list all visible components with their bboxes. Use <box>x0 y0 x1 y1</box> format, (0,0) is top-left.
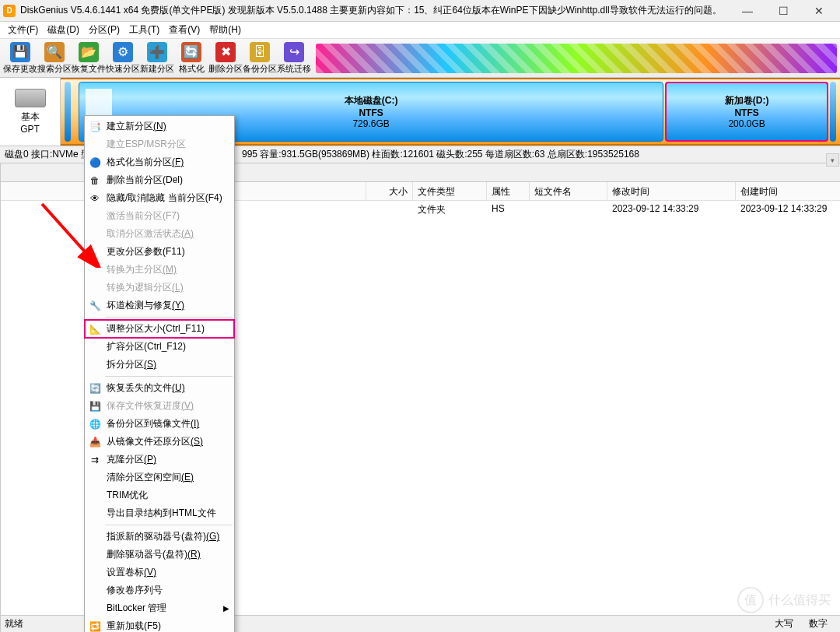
menu-item-icon <box>88 602 102 615</box>
toolbar-保存更改[interactable]: 💾保存更改 <box>3 40 37 76</box>
minimize-button[interactable]: — <box>730 0 765 22</box>
ctx-指派新的驱动器号(盘符)[interactable]: 指派新的驱动器号(盘符)(G) <box>85 528 234 546</box>
ctx-清除分区空闲空间[interactable]: 清除分区空闲空间(E) <box>85 469 234 486</box>
ctx-备份分区到镜像文件[interactable]: 🌐备份分区到镜像文件(I) <box>85 415 234 433</box>
col-size[interactable]: 大小 <box>366 182 413 200</box>
menu-3[interactable]: 工具(T) <box>124 23 164 37</box>
menu-item-icon <box>88 549 102 561</box>
ctx-建立新分区[interactable]: 📑建立新分区(N) <box>85 118 234 135</box>
col-ctime[interactable]: 创建时间 <box>736 182 840 200</box>
ctx-隐藏/取消隐藏 当前分区(F4)[interactable]: 👁隐藏/取消隐藏 当前分区(F4) <box>85 189 234 207</box>
menu-2[interactable]: 分区(P) <box>84 23 124 37</box>
menu-0[interactable]: 文件(F) <box>3 23 43 37</box>
hdd-icon <box>15 89 46 107</box>
toolbar-新建分区[interactable]: ➕新建分区 <box>140 40 174 76</box>
menu-item-icon: ⇉ <box>88 454 102 466</box>
status-num: 数字 <box>801 617 835 630</box>
tree-item-3[interactable]: +本地磁盘 <box>0 202 1 217</box>
tree-item-7[interactable]: +5800H(0) <box>0 258 1 271</box>
status-text: 就绪 <box>5 617 23 630</box>
toolbar-icon: 🔄 <box>181 42 201 62</box>
toolbar-搜索分区[interactable]: 🔍搜索分区 <box>37 40 72 76</box>
toolbar-icon: ⚙ <box>113 42 133 62</box>
menu-item-icon: 📑 <box>88 121 102 133</box>
ctx-取消分区激活状态: 取消分区激活状态(A) <box>85 225 234 243</box>
toolbar-备份分区[interactable]: 🗄备份分区 <box>243 40 277 76</box>
toolbar-icon: 🔍 <box>44 42 65 62</box>
col-attr[interactable]: 属性 <box>487 182 530 200</box>
maximize-button[interactable]: ☐ <box>765 0 801 22</box>
ctx-更改分区参数(F11)[interactable]: 更改分区参数(F11) <box>85 243 234 261</box>
app-icon: D <box>3 5 16 17</box>
toolbar-icon: ✖ <box>215 42 236 62</box>
tree-item-1[interactable]: SYSTEM(0 <box>0 177 1 190</box>
ctx-导出目录结构到HTML文件[interactable]: 导出目录结构到HTML文件 <box>85 504 234 522</box>
scroll-down-button[interactable]: ▾ <box>826 153 839 167</box>
col-type[interactable]: 文件类型 <box>413 182 487 200</box>
menu-bar: 文件(F)磁盘(D)分区(P)工具(T)查看(V)帮助(H) <box>0 22 840 39</box>
ctx-扩容分区(Ctrl_F12)[interactable]: 扩容分区(Ctrl_F12) <box>85 338 234 356</box>
window-title: DiskGenius V5.4.6.1441 x64 免费版(单文件PE版) 发… <box>20 4 722 17</box>
toolbar-icon: ➕ <box>147 42 167 62</box>
partition-recovery[interactable] <box>830 82 836 142</box>
menu-item-icon <box>88 490 102 502</box>
ctx-设置卷标[interactable]: 设置卷标(V) <box>85 564 234 581</box>
ctx-坏道检测与修复[interactable]: 🔧坏道检测与修复(Y) <box>85 297 234 314</box>
menu-item-icon <box>88 531 102 543</box>
tree-item-0[interactable]: −HD0:CT1000 <box>0 165 1 177</box>
ad-banner[interactable] <box>316 44 837 73</box>
ctx-TRIM优化[interactable]: TRIM优化 <box>85 486 234 504</box>
ctx-调整分区大小(Ctrl_F11)[interactable]: 📐调整分区大小(Ctrl_F11) <box>85 320 234 338</box>
menu-item-icon <box>88 282 102 294</box>
ctx-删除驱动器号(盘符)[interactable]: 删除驱动器号(盘符)(R) <box>85 546 234 564</box>
ctx-转换为主分区: 转换为主分区(M) <box>85 261 234 279</box>
tree-item-9[interactable]: +PE(E:) <box>0 286 1 298</box>
ctx-修改卷序列号[interactable]: 修改卷序列号 <box>85 581 234 599</box>
disk-type-label: 基本 GPT <box>0 78 61 146</box>
menu-item-icon <box>88 139 102 151</box>
toolbar-删除分区[interactable]: ✖删除分区 <box>208 40 243 76</box>
toolbar-icon: 💾 <box>10 42 30 62</box>
toolbar-格式化[interactable]: 🔄格式化 <box>174 40 208 76</box>
partition-esp[interactable] <box>65 82 71 142</box>
partition-context-menu: 📑建立新分区(N)建立ESP/MSR分区🔵格式化当前分区(F)🗑删除当前分区(D… <box>84 115 235 632</box>
menu-item-icon: 🔁 <box>88 620 102 633</box>
ctx-转换为逻辑分区: 转换为逻辑分区(L) <box>85 279 234 297</box>
menu-5[interactable]: 帮助(H) <box>205 23 246 37</box>
ctx-恢复丢失的文件[interactable]: 🔄恢复丢失的文件(U) <box>85 379 234 397</box>
toolbar-icon: ↪ <box>284 42 304 62</box>
menu-item-icon <box>88 359 102 371</box>
ctx-BitLocker 管理[interactable]: BitLocker 管理▶ <box>85 599 234 617</box>
col-short[interactable]: 短文件名 <box>530 182 607 200</box>
menu-item-icon <box>88 507 102 520</box>
ctx-删除当前分区(Del)[interactable]: 🗑删除当前分区(Del) <box>85 171 234 189</box>
toolbar-恢复文件[interactable]: 📂恢复文件 <box>72 40 106 76</box>
toolbar-快速分区[interactable]: ⚙快速分区 <box>106 40 140 76</box>
tree-item-4[interactable]: +新加卷(D:) <box>0 217 1 233</box>
menu-item-icon <box>88 246 102 258</box>
menu-item-icon <box>88 228 102 241</box>
menu-4[interactable]: 查看(V) <box>164 23 205 37</box>
ctx-格式化当前分区[interactable]: 🔵格式化当前分区(F) <box>85 153 234 171</box>
menu-1[interactable]: 磁盘(D) <box>43 23 84 37</box>
ctx-重新加载(F5)[interactable]: 🔁重新加载(F5) <box>85 617 234 632</box>
menu-item-icon <box>88 341 102 353</box>
toolbar-系统迁移[interactable]: ↪系统迁移 <box>277 40 311 76</box>
menu-item-icon <box>88 585 102 597</box>
menu-item-icon <box>88 472 102 484</box>
toolbar: 💾保存更改🔍搜索分区📂恢复文件⚙快速分区➕新建分区🔄格式化✖删除分区🗄备份分区↪… <box>0 39 840 78</box>
partition-d[interactable]: 新加卷(D:) NTFS 200.0GB <box>665 82 828 142</box>
menu-item-icon: 💾 <box>88 400 102 413</box>
ctx-从镜像文件还原分区[interactable]: 📥从镜像文件还原分区(S) <box>85 433 234 451</box>
tree-item-2[interactable]: MSR(1) <box>0 190 1 202</box>
windows-logo-icon <box>86 89 112 115</box>
ctx-克隆分区[interactable]: ⇉克隆分区(P) <box>85 451 234 469</box>
ctx-建立ESP/MSR分区: 建立ESP/MSR分区 <box>85 135 234 153</box>
ctx-拆分分区[interactable]: 拆分分区(S) <box>85 356 234 374</box>
col-mtime[interactable]: 修改时间 <box>607 182 736 200</box>
tree-item-8[interactable]: 分区(1) <box>0 271 1 286</box>
tree-item-5[interactable]: +Recovery <box>0 233 1 246</box>
menu-item-icon: 🌐 <box>88 418 102 430</box>
close-button[interactable]: ✕ <box>801 0 837 22</box>
tree-item-6[interactable]: −RD1:HIKSEM <box>0 246 1 258</box>
